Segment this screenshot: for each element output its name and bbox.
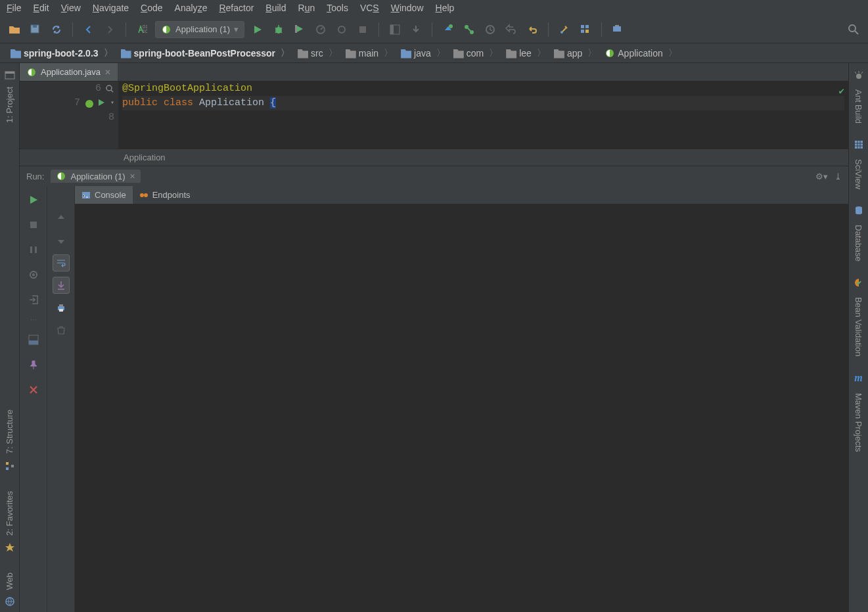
menu-window[interactable]: Window [391,3,424,13]
clear-icon[interactable] [53,321,70,339]
project-structure-icon[interactable] [578,22,593,37]
endpoints-tab[interactable]: Endpoints [133,186,197,204]
menu-refactor[interactable]: Refactor [219,3,254,13]
attach-icon[interactable] [334,22,350,37]
editor-tab[interactable]: Application.java ✕ [20,63,118,81]
breadcrumb-item[interactable]: java〉 [397,46,449,60]
vcs-rollback-icon[interactable] [503,22,519,37]
open-icon[interactable] [7,22,22,37]
pause-icon[interactable] [25,241,42,258]
web-tool-tab[interactable]: Web [3,569,16,594]
run-icon[interactable] [250,22,265,37]
menu-run[interactable]: Run [298,3,315,13]
database-tab[interactable]: Database [852,221,865,266]
close-icon[interactable]: ✕ [129,172,135,181]
soft-wrap-icon[interactable] [53,254,70,271]
search-gutter-icon[interactable] [105,84,114,93]
menu-file[interactable]: File [7,3,22,13]
maven-projects-tab[interactable]: Maven Projects [852,389,865,456]
debug-icon[interactable] [271,22,286,37]
breadcrumb-item[interactable]: src〉 [294,46,342,60]
chevron-right-icon: 〉 [281,47,290,59]
structure-tool-tab[interactable]: 7: Structure [3,406,16,458]
menu-edit[interactable]: Edit [34,3,49,13]
layout-settings-icon[interactable] [25,331,42,348]
editor-context-label[interactable]: Application [124,153,166,162]
dump-icon[interactable] [25,266,42,283]
svg-rect-26 [5,72,14,74]
down-icon[interactable] [53,232,70,249]
build-icon[interactable]: 0110 [134,22,150,37]
run-gutter-icon[interactable] [97,99,106,108]
spring-gutter-icon[interactable] [84,99,93,108]
svg-rect-36 [30,247,32,253]
menu-help[interactable]: Help [436,3,455,13]
endpoints-icon [139,191,148,200]
scroll-to-end-icon[interactable] [53,277,70,294]
project-tool-tab[interactable]: 1: Project [3,83,16,127]
search-everywhere-icon[interactable] [846,22,861,37]
breadcrumb-item[interactable]: com〉 [449,46,502,60]
favorites-tool-tab[interactable]: 2: Favorites [3,487,16,540]
sciview-tab[interactable]: SciView [852,155,865,193]
stop-icon[interactable] [25,216,42,233]
settings-icon[interactable] [557,22,572,37]
undo-icon[interactable] [524,22,540,37]
profile-icon[interactable] [313,22,329,37]
menu-view[interactable]: View [61,3,81,13]
update-icon[interactable] [408,22,424,37]
breadcrumb-item[interactable]: spring-boot-2.0.3〉 [7,46,117,60]
run-action-bar: ⋯ [20,186,47,612]
sdk-icon[interactable] [610,22,626,37]
code-editor[interactable]: 6 7▾ 8 @SpringBootApplication public cla… [20,82,848,149]
chevron-down-icon[interactable]: ▾ [110,96,114,110]
menu-code[interactable]: Code [141,3,162,13]
layout-icon[interactable] [387,22,403,37]
svg-rect-37 [35,247,37,253]
breadcrumb-item[interactable]: main〉 [342,46,397,60]
breadcrumb-item[interactable]: Application〉 [601,46,681,60]
pin-icon[interactable] [25,356,42,373]
bean-validation-tab[interactable]: Bean Validation [852,293,865,360]
close-icon[interactable] [25,381,42,398]
svg-point-48 [856,74,861,79]
back-icon[interactable] [81,22,97,37]
up-icon[interactable] [53,210,70,227]
inspection-ok-icon[interactable]: ✔ [839,85,844,97]
console-tab[interactable]: Console [75,186,133,204]
run-tab[interactable]: Application (1) ✕ [51,170,140,183]
gear-icon[interactable]: ⚙▾ [815,172,828,181]
vcs-history-icon[interactable] [482,22,498,37]
breadcrumb-item[interactable]: lee〉 [502,46,550,60]
stop-icon[interactable] [355,22,371,37]
menu-analyze[interactable]: Analyze [175,3,208,13]
menu-navigate[interactable]: Navigate [93,3,129,13]
menu-vcs[interactable]: VCS [360,3,379,13]
menu-tools[interactable]: Tools [327,3,348,13]
vcs-commit-icon[interactable] [461,22,477,37]
rerun-icon[interactable] [25,191,42,208]
minimize-icon[interactable]: ⤓ [834,172,842,181]
coverage-icon[interactable] [292,22,308,37]
web-icon [5,596,15,607]
chevron-right-icon: 〉 [537,47,546,59]
breadcrumb-item[interactable]: spring-boot-BeanPostProcessor〉 [117,46,294,60]
svg-point-8 [338,26,345,33]
exit-icon[interactable] [25,291,42,308]
folder-icon [346,48,356,59]
console-output[interactable] [75,204,848,612]
print-icon[interactable] [53,299,70,316]
vcs-update-icon[interactable] [440,22,456,37]
folder-icon [506,48,516,59]
chevron-right-icon: 〉 [384,47,393,59]
ant-build-tab[interactable]: Ant Build [852,85,865,128]
breadcrumb-item[interactable]: app〉 [550,46,601,60]
menu-build[interactable]: Build [265,3,286,13]
code-area[interactable]: @SpringBootApplication public class Appl… [118,82,848,149]
bean-validation-icon [854,277,864,288]
forward-icon[interactable] [102,22,118,37]
run-config-selector[interactable]: Application (1) ▾ [155,21,244,38]
save-all-icon[interactable] [28,22,43,37]
sync-icon[interactable] [49,22,64,37]
close-icon[interactable]: ✕ [104,68,111,77]
